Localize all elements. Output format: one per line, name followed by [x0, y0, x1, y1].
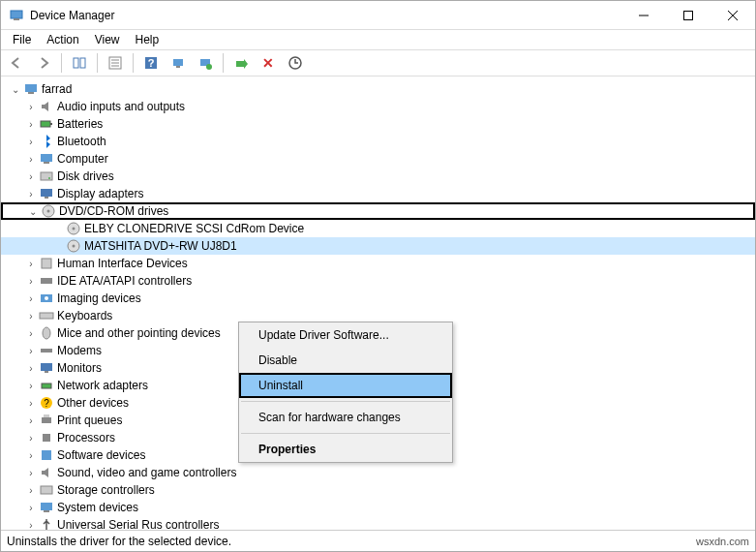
tree-node-label: Mice and other pointing devices [57, 326, 221, 340]
chevron-right-icon[interactable]: › [24, 344, 38, 357]
disk-icon [38, 169, 55, 184]
ctx-scan-hardware[interactable]: Scan for hardware changes [239, 405, 452, 430]
tree-node[interactable]: ›Computer [1, 150, 755, 168]
menu-view[interactable]: View [87, 31, 128, 48]
chevron-right-icon[interactable]: › [24, 518, 38, 530]
svg-rect-23 [50, 123, 52, 125]
tree-node[interactable]: ›Universal Serial Rus controllers [1, 516, 755, 530]
tree-node[interactable]: ›Batteries [1, 115, 755, 133]
tree-node[interactable]: ›System devices [1, 499, 755, 516]
chevron-right-icon[interactable]: › [24, 361, 38, 375]
imaging-icon [38, 291, 55, 306]
chevron-right-icon[interactable]: › [24, 414, 38, 427]
tree-node-label: Imaging devices [57, 291, 141, 305]
back-button[interactable] [5, 51, 28, 75]
chevron-right-icon[interactable]: › [24, 187, 38, 200]
tree-node[interactable]: ›Storage controllers [1, 481, 755, 499]
chevron-down-icon[interactable]: ⌄ [9, 82, 22, 96]
watermark: wsxdn.com [696, 536, 749, 547]
chevron-right-icon[interactable]: › [24, 152, 38, 166]
tree-child-node[interactable]: ELBY CLONEDRIVE SCSI CdRom Device [1, 220, 755, 237]
tree-node-label: Audio inputs and outputs [57, 100, 185, 113]
svg-rect-3 [684, 11, 693, 19]
ctx-update-driver[interactable]: Update Driver Software... [239, 322, 452, 348]
chevron-right-icon[interactable]: › [24, 326, 38, 340]
menu-help[interactable]: Help [128, 31, 167, 48]
ctx-uninstall[interactable]: Uninstall [239, 373, 452, 398]
scan-hardware-button[interactable] [284, 51, 307, 75]
tree-node-label: Keyboards [57, 309, 112, 322]
show-hidden-button[interactable] [68, 51, 91, 75]
properties-button[interactable] [104, 51, 127, 75]
tree-node-label: farrad [42, 82, 72, 96]
chevron-right-icon[interactable]: › [24, 501, 38, 514]
ctx-properties[interactable]: Properties [239, 437, 452, 462]
svg-rect-0 [11, 11, 22, 18]
device-tree[interactable]: ⌄ farrad ›Audio inputs and outputs›Batte… [1, 77, 755, 530]
tree-node[interactable]: ›Sound, video and game controllers [1, 464, 755, 481]
tree-node[interactable]: ›Imaging devices [1, 290, 755, 307]
tree-node-label: Network adapters [57, 379, 148, 392]
usb-icon [38, 517, 55, 530]
chevron-right-icon[interactable]: › [24, 135, 38, 148]
minimize-button[interactable] [621, 1, 666, 29]
chevron-right-icon[interactable]: › [24, 448, 38, 462]
chevron-down-icon[interactable]: ⌄ [26, 204, 40, 218]
scan-button[interactable] [166, 51, 190, 75]
toolbar-separator [61, 53, 62, 73]
titlebar: Device Manager [1, 1, 755, 30]
audio-icon [38, 99, 55, 114]
update-button[interactable] [194, 51, 217, 75]
tree-root[interactable]: ⌄ farrad [1, 80, 755, 98]
tree-node-label: Print queues [57, 414, 122, 427]
chevron-right-icon[interactable]: › [24, 257, 38, 270]
tree-node-label: System devices [57, 501, 138, 514]
tree-node[interactable]: ›Audio inputs and outputs [1, 98, 755, 115]
tree-node[interactable]: ›Bluetooth [1, 133, 755, 150]
help-button[interactable]: ? [139, 51, 163, 75]
toolbar-separator [223, 53, 224, 73]
dvd-icon [65, 238, 82, 254]
chevron-right-icon[interactable]: › [24, 309, 38, 322]
chevron-right-icon[interactable]: › [24, 169, 38, 183]
svg-rect-44 [45, 371, 48, 373]
window-controls [621, 1, 755, 29]
tree-node-label: ELBY CLONEDRIVE SCSI CdRom Device [84, 222, 304, 235]
tree-child-node[interactable]: MATSHITA DVD+-RW UJ8D1 [1, 237, 755, 255]
ctx-disable[interactable]: Disable [239, 348, 452, 373]
svg-rect-1 [14, 18, 19, 20]
maximize-button[interactable] [666, 1, 711, 29]
battery-icon [38, 116, 55, 132]
chevron-right-icon[interactable]: › [24, 274, 38, 288]
chevron-right-icon[interactable]: › [24, 291, 38, 305]
tree-node[interactable]: ›Disk drives [1, 168, 755, 185]
svg-rect-15 [176, 66, 180, 68]
tree-node[interactable]: ›IDE ATA/ATAPI controllers [1, 272, 755, 290]
close-button[interactable] [711, 1, 755, 29]
chevron-right-icon[interactable]: › [24, 100, 38, 113]
forward-button[interactable] [32, 51, 55, 75]
svg-point-27 [48, 177, 50, 179]
chevron-right-icon[interactable]: › [24, 379, 38, 392]
svg-rect-49 [44, 414, 49, 417]
svg-rect-48 [42, 417, 51, 423]
tree-node[interactable]: ›Human Interface Devices [1, 255, 755, 272]
menu-file[interactable]: File [5, 31, 39, 48]
monitor-icon [38, 360, 55, 376]
chevron-right-icon[interactable]: › [24, 117, 38, 131]
chevron-right-icon[interactable]: › [24, 483, 38, 497]
svg-point-17 [206, 64, 212, 70]
svg-rect-36 [42, 259, 51, 268]
window-title: Device Manager [30, 9, 621, 22]
tree-node[interactable]: ⌄DVD/CD-ROM drives [1, 202, 755, 220]
chevron-right-icon[interactable]: › [24, 396, 38, 410]
system-icon [38, 500, 55, 515]
enable-button[interactable] [229, 51, 253, 75]
chevron-right-icon[interactable]: › [24, 431, 38, 445]
statusbar: Uninstalls the driver for the selected d… [1, 530, 755, 551]
svg-rect-40 [40, 313, 53, 319]
tree-node[interactable]: ›Display adapters [1, 185, 755, 202]
uninstall-button[interactable]: ✕ [257, 51, 280, 75]
menu-action[interactable]: Action [39, 31, 86, 48]
chevron-right-icon[interactable]: › [24, 466, 38, 479]
